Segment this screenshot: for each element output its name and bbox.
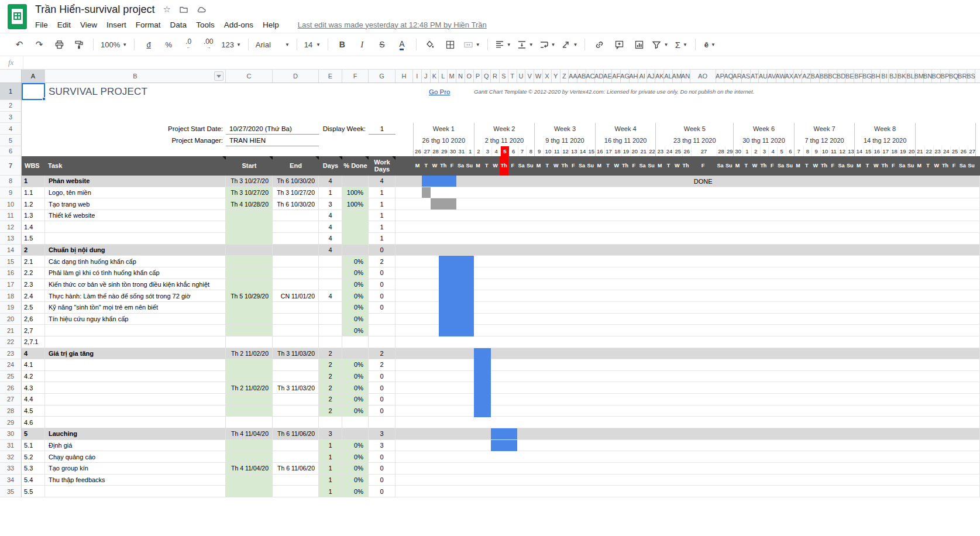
day-number-cell[interactable]: 12: [561, 146, 570, 156]
cell-gantt-area[interactable]: [396, 428, 980, 440]
column-header-BD[interactable]: BD: [837, 70, 846, 83]
sheets-logo[interactable]: [8, 4, 27, 29]
row-header-8[interactable]: 8: [0, 176, 22, 187]
column-header-AG[interactable]: AG: [621, 70, 630, 83]
column-header-AC[interactable]: AC: [586, 70, 595, 83]
cell-pct-done[interactable]: 0%: [342, 486, 369, 497]
column-header-I[interactable]: I: [413, 70, 422, 83]
more-formats-button[interactable]: 123▼: [219, 37, 243, 52]
day-number-cell[interactable]: 8: [803, 146, 812, 156]
cell-gantt-area[interactable]: [396, 440, 980, 452]
day-number-cell[interactable]: 22: [648, 146, 656, 156]
day-number-cell[interactable]: 24: [941, 146, 950, 156]
day-number-cell[interactable]: 4: [491, 146, 500, 156]
column-header-BO[interactable]: BO: [932, 70, 941, 83]
cell-wbs[interactable]: 5.2: [22, 451, 45, 463]
cell-task[interactable]: [45, 371, 226, 383]
day-number-cell[interactable]: 10: [820, 146, 829, 156]
column-header-AS[interactable]: AS: [742, 70, 751, 83]
day-number-cell[interactable]: 28: [431, 146, 440, 156]
cell-days[interactable]: 1: [319, 187, 342, 199]
cell-wbs[interactable]: 2,6: [22, 314, 45, 325]
cell-gantt-area[interactable]: [396, 290, 980, 302]
cell-work-days[interactable]: [369, 314, 396, 325]
cell-task[interactable]: Thu thập feedbacks: [45, 475, 226, 486]
header-work-days[interactable]: Work Days: [369, 156, 396, 176]
column-header-AF[interactable]: AF: [612, 70, 621, 83]
cell-end[interactable]: Th 6 10/30/20: [273, 198, 319, 210]
cell-end[interactable]: [273, 233, 319, 245]
cell-work-days[interactable]: 3: [369, 440, 396, 452]
column-header-AW[interactable]: AW: [776, 70, 785, 83]
header-end[interactable]: End: [273, 156, 319, 176]
cell-task[interactable]: [45, 325, 226, 336]
column-header-A[interactable]: A: [22, 70, 45, 83]
cell-wbs[interactable]: 2,7.1: [22, 336, 45, 348]
cell-days[interactable]: 4: [319, 221, 342, 233]
column-header-O[interactable]: O: [465, 70, 474, 83]
cell-work-days[interactable]: 0: [369, 451, 396, 463]
row-1-rest[interactable]: Go Pro Gantt Chart Template © 2012-2020 …: [226, 83, 980, 100]
cell-days[interactable]: [319, 417, 342, 428]
week-start-date[interactable]: 26 thg 10 2020: [414, 135, 474, 146]
row-header-27[interactable]: 27: [0, 394, 22, 406]
cell-pct-done[interactable]: [342, 210, 369, 222]
cell-A1[interactable]: [22, 83, 45, 100]
cell-work-days[interactable]: 0: [369, 394, 396, 406]
day-number-cell[interactable]: 27: [691, 146, 717, 156]
week-start-date[interactable]: 9 thg 11 2020: [535, 135, 595, 146]
week-label[interactable]: Week 4: [596, 123, 656, 135]
cell-wbs[interactable]: 1: [22, 176, 45, 187]
header-days[interactable]: Days: [319, 156, 342, 176]
row-header-16[interactable]: 16: [0, 267, 22, 279]
cell-work-days[interactable]: 1: [369, 210, 396, 222]
cell-gantt-area[interactable]: [396, 233, 980, 245]
cell-wbs[interactable]: 5.5: [22, 486, 45, 497]
column-header-AT[interactable]: AT: [751, 70, 759, 83]
cell-pct-done[interactable]: 0%: [342, 359, 369, 371]
empty-row[interactable]: [22, 112, 980, 123]
cell-wbs[interactable]: 5.3: [22, 463, 45, 475]
day-number-cell[interactable]: 18: [890, 146, 899, 156]
cell-work-days[interactable]: 3: [369, 428, 396, 440]
cell-pct-done[interactable]: [342, 348, 369, 360]
cell-end[interactable]: [273, 325, 319, 336]
cell-days[interactable]: 4: [319, 245, 342, 256]
cell-work-days[interactable]: 0: [369, 279, 396, 291]
bold-button[interactable]: B: [333, 37, 351, 52]
cell-wbs[interactable]: 4.1: [22, 359, 45, 371]
cell-end[interactable]: [273, 451, 319, 463]
cell-wbs[interactable]: 1.5: [22, 233, 45, 245]
cell-task[interactable]: Thiết kế website: [45, 210, 226, 222]
menu-edit[interactable]: Edit: [53, 20, 75, 29]
cell-start[interactable]: [226, 417, 273, 428]
day-number-cell[interactable]: 20: [907, 146, 916, 156]
column-header-W[interactable]: W: [534, 70, 543, 83]
column-header-AQ[interactable]: AQ: [724, 70, 733, 83]
row-header-30[interactable]: 30: [0, 428, 22, 440]
row-header-13[interactable]: 13: [0, 233, 22, 245]
cell-pct-done[interactable]: 0%: [342, 440, 369, 452]
column-header-BS[interactable]: BS: [967, 70, 976, 83]
cell-blank[interactable]: [22, 123, 45, 135]
project-start-date-value[interactable]: 10/27/2020 (Thứ Ba): [226, 123, 319, 135]
cell-gantt-area[interactable]: [396, 406, 980, 417]
row-header-1[interactable]: 1: [0, 83, 22, 100]
day-number-cell[interactable]: 9: [811, 146, 820, 156]
column-header-AY[interactable]: AY: [794, 70, 803, 83]
cell-work-days[interactable]: 0: [369, 382, 396, 394]
week-start-date[interactable]: 16 thg 11 2020: [596, 135, 656, 146]
cell-start[interactable]: [226, 325, 273, 336]
cell-end[interactable]: [273, 394, 319, 406]
cell-wbs[interactable]: 1.3: [22, 210, 45, 222]
column-header-D[interactable]: D: [273, 70, 319, 83]
day-number-cell[interactable]: 29: [725, 146, 734, 156]
week-label[interactable]: Week 3: [535, 123, 595, 135]
zoom-select[interactable]: 100%▼: [99, 37, 129, 52]
cell-task[interactable]: Phải làm gì khi có tình huống khẩn cấp: [45, 267, 226, 279]
day-number-cell[interactable]: 7: [795, 146, 803, 156]
column-header-BE[interactable]: BE: [845, 70, 854, 83]
currency-format-button[interactable]: đ: [140, 37, 157, 52]
row-header-24[interactable]: 24: [0, 359, 22, 371]
cell-start[interactable]: [226, 440, 273, 452]
